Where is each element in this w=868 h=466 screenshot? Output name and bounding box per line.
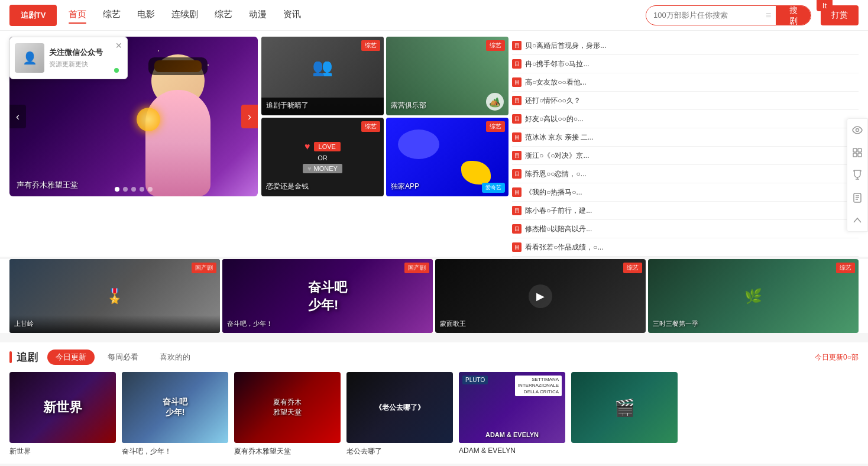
file-icon[interactable]	[851, 191, 864, 204]
news-item-8[interactable]: 目 《我的○热播马○...	[512, 183, 859, 202]
logo[interactable]: 追剧TV	[9, 5, 57, 26]
bottom-grid-row: 🎖️ 国产剧 上甘岭 奋斗吧少年! 国产剧 奋斗吧，少年！ ▶ 综艺 蒙面歌王 …	[0, 259, 868, 333]
bottom-card-1[interactable]: 奋斗吧少年! 国产剧 奋斗吧，少年！	[222, 259, 433, 333]
news-section: 目 贝○离婚后首现身，身形... 目 冉○携手邻市○马拉... 目 高○女友放○…	[512, 37, 859, 257]
news-item-5[interactable]: 目 范冰冰 京东 亲接 二...	[512, 128, 859, 147]
section-spacer	[0, 333, 868, 342]
nav-item-movie[interactable]: 电影	[137, 9, 155, 21]
video-title-2: 夏有乔木雅望天堂	[234, 446, 341, 457]
popup-content: 关注微信公众号 资源更新更快	[49, 47, 103, 69]
carousel-dots	[115, 187, 153, 192]
chevron-up-icon[interactable]	[851, 213, 864, 226]
news-item-4[interactable]: 目 好友○高以○○的○...	[512, 110, 859, 128]
news-icon-3: 目	[512, 96, 522, 105]
dot-5[interactable]	[148, 187, 153, 192]
nav-item-series[interactable]: 连续剧	[171, 9, 198, 21]
search-bar-icon[interactable]: ≡	[760, 10, 777, 21]
dot-3[interactable]	[131, 187, 136, 192]
nav-item-variety2[interactable]: 综艺	[215, 9, 232, 21]
popup-online-dot	[114, 68, 119, 73]
video-card-3[interactable]: 《老公去哪了》 老公去哪了	[346, 372, 453, 457]
anime-hair	[148, 57, 208, 75]
news-item-10[interactable]: 目 修杰楷○以陪高以丹...	[512, 220, 859, 238]
news-item-3[interactable]: 目 还打○情怀○○久？	[512, 92, 859, 110]
dot-2[interactable]	[123, 187, 128, 192]
banner-area: ★ ‹ › 声有乔木雅望王堂 👥 综艺 追剧于晓晴了 🏕️	[0, 31, 868, 257]
money-badge: ♥ MONEY	[303, 164, 342, 173]
news-item-6[interactable]: 目 浙江○《○对决》京...	[512, 147, 859, 165]
right-sidebar	[847, 118, 868, 232]
news-item-9[interactable]: 目 陈小春○子前行，建...	[512, 202, 859, 220]
news-icon-0: 目	[512, 41, 522, 50]
news-item-11[interactable]: 目 看看张若○作品成绩，○...	[512, 238, 859, 257]
news-icon-8: 目	[512, 187, 522, 197]
tab-today[interactable]: 今日更新	[47, 350, 95, 365]
news-text-11: 看看张若○作品成绩，○...	[525, 242, 604, 253]
grid-item-2[interactable]: 🏕️ 综艺 露营俱乐部	[386, 37, 509, 115]
svg-point-0	[856, 129, 859, 132]
eye-icon[interactable]	[851, 124, 864, 137]
nav-item-news[interactable]: 资讯	[283, 9, 301, 21]
dot-4[interactable]	[140, 187, 144, 192]
section-title: 追剧	[17, 350, 38, 364]
blue-shape	[398, 130, 439, 159]
love-badge: LOVE	[314, 142, 341, 151]
news-icon-4: 目	[512, 114, 522, 124]
bottom-card-3[interactable]: 🌿 综艺 三时三餐第一季	[648, 259, 859, 333]
video-card-0[interactable]: 新世界 新世界	[9, 372, 116, 457]
news-text-10: 修杰楷○以陪高以丹...	[525, 224, 592, 234]
video-cards-row: 新世界 新世界 奋斗吧少年! 奋斗吧，少年！ 夏有乔木雅望天堂 夏有乔木雅望天堂…	[9, 372, 859, 464]
svg-rect-1	[853, 148, 857, 152]
news-icon-2: 目	[512, 77, 522, 87]
grid-item-1[interactable]: 👥 综艺 追剧于晓晴了	[261, 37, 384, 115]
video-card-2[interactable]: 夏有乔木雅望天堂 夏有乔木雅望天堂	[234, 372, 341, 457]
video-card-5[interactable]: 🎬	[571, 372, 678, 457]
dot-1[interactable]	[115, 187, 119, 192]
anime-body	[145, 90, 210, 196]
carousel-caption: 声有乔木雅望王堂	[17, 180, 78, 190]
svg-rect-3	[853, 153, 857, 157]
news-icon-7: 目	[512, 169, 522, 179]
news-text-0: 贝○离婚后首现身，身形...	[525, 40, 606, 51]
nav-item-variety[interactable]: 综艺	[103, 9, 121, 21]
video-thumb-3: 《老公去哪了》	[346, 372, 453, 443]
video-thumb-2: 夏有乔木雅望天堂	[234, 372, 341, 443]
carousel-next-button[interactable]: ›	[241, 105, 258, 128]
bottom-card-0[interactable]: 🎖️ 国产剧 上甘岭	[9, 259, 220, 333]
grid-title-3: 恋爱还是金钱	[266, 182, 309, 192]
tab-weekly[interactable]: 每周必看	[99, 350, 147, 365]
more-link[interactable]: 今日更新0○部	[815, 352, 859, 363]
main-nav: 首页 综艺 电影 连续剧 综艺 动漫 资讯	[69, 9, 646, 21]
bottom-thumb-0: 🎖️	[9, 259, 220, 333]
grid-item-4[interactable]: 爱奇艺 综艺 独家APP	[386, 118, 509, 196]
zhuiju-section: 追剧 今日更新 每周必看 喜欢的的 今日更新0○部 新世界 新世界 奋斗吧少年!…	[0, 342, 868, 464]
news-text-3: 还打○情怀○○久？	[525, 95, 581, 106]
news-text-5: 范冰冰 京东 亲接 二...	[525, 132, 594, 143]
video-card-4[interactable]: SETTIMANAINTERNAZIONALEDELLA CRITICA PLU…	[459, 372, 565, 457]
news-item-7[interactable]: 目 陈乔恩○○恋情，○...	[512, 165, 859, 183]
bottom-title-3: 三时三餐第一季	[653, 319, 698, 328]
trophy-icon[interactable]	[851, 169, 864, 182]
news-item-1[interactable]: 目 冉○携手邻市○马拉...	[512, 55, 859, 73]
nav-item-anime[interactable]: 动漫	[249, 9, 267, 21]
grid-item-3[interactable]: ♥ LOVE OR ♥ MONEY 综艺 恋爱还是金钱	[261, 118, 384, 196]
popup-close[interactable]: ✕	[115, 41, 122, 50]
video-card-1[interactable]: 奋斗吧少年! 奋斗吧，少年！	[122, 372, 228, 457]
news-item-2[interactable]: 目 高○女友放○○看他...	[512, 73, 859, 92]
grid-tag-4: 综艺	[486, 121, 505, 132]
carousel-prev-button[interactable]: ‹	[9, 105, 26, 128]
news-item-0[interactable]: 目 贝○离婚后首现身，身形...	[512, 37, 859, 55]
grid-title-1: 追剧于晓晴了	[266, 101, 309, 111]
grid-icon[interactable]	[851, 146, 864, 159]
tab-liked[interactable]: 喜欢的的	[151, 350, 199, 365]
video-title-3: 老公去哪了	[346, 446, 453, 457]
news-icon-10: 目	[512, 224, 522, 234]
grid-tag-1: 综艺	[361, 40, 380, 51]
section-marker	[9, 351, 12, 363]
bottom-card-2[interactable]: ▶ 综艺 蒙面歌王	[435, 259, 646, 333]
search-input[interactable]	[646, 11, 760, 20]
or-text: OR	[318, 154, 328, 161]
search-box: ≡ 搜剧	[646, 5, 811, 25]
nav-item-home[interactable]: 首页	[69, 9, 86, 21]
search-button[interactable]: 搜剧	[776, 5, 811, 25]
